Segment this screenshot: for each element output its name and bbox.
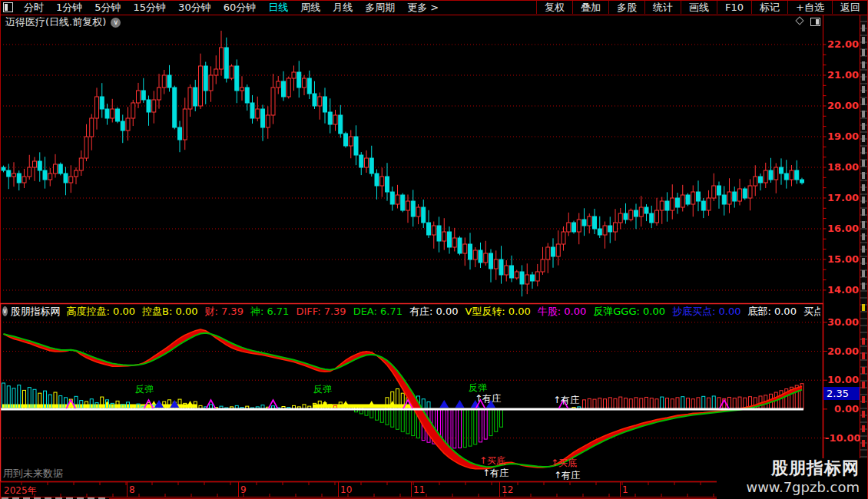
candle-body[interactable]: [54, 164, 58, 173]
candle-body[interactable]: [691, 192, 695, 204]
candle-body[interactable]: [349, 137, 353, 146]
candle-body[interactable]: [681, 195, 684, 207]
candle-body[interactable]: [733, 192, 737, 201]
candle-body[interactable]: [178, 127, 182, 140]
candle-body[interactable]: [769, 170, 773, 180]
candle-body[interactable]: [665, 201, 669, 210]
candle-body[interactable]: [562, 232, 565, 244]
candle-body[interactable]: [727, 192, 731, 204]
candle-body[interactable]: [432, 226, 436, 235]
candle-body[interactable]: [722, 195, 726, 204]
candle-body[interactable]: [582, 220, 586, 226]
layout-split-icon[interactable]: [3, 2, 13, 12]
candle-body[interactable]: [458, 238, 462, 253]
diamond-icon[interactable]: [795, 16, 803, 25]
candle-body[interactable]: [525, 275, 529, 284]
split-pane-icon[interactable]: [810, 18, 820, 26]
candle-body[interactable]: [307, 78, 311, 94]
candle-body[interactable]: [162, 75, 166, 88]
candle-body[interactable]: [245, 88, 249, 103]
candle-body[interactable]: [292, 72, 296, 78]
candle-body[interactable]: [287, 78, 290, 97]
candle-body[interactable]: [354, 137, 358, 155]
candle-body[interactable]: [277, 81, 280, 88]
candle-body[interactable]: [686, 195, 690, 204]
candle-body[interactable]: [17, 173, 21, 183]
candle-body[interactable]: [157, 88, 161, 100]
candle-body[interactable]: [199, 66, 203, 106]
tools-menu-item-2[interactable]: 多股: [608, 1, 644, 14]
candle-body[interactable]: [593, 216, 597, 229]
candle-body[interactable]: [224, 48, 228, 78]
candle-body[interactable]: [510, 266, 514, 278]
candle-body[interactable]: [214, 69, 218, 75]
candle-body[interactable]: [577, 220, 581, 232]
candle-body[interactable]: [473, 250, 477, 259]
candle-body[interactable]: [567, 223, 571, 232]
candle-body[interactable]: [256, 109, 260, 118]
candle-body[interactable]: [442, 232, 446, 241]
candle-body[interactable]: [380, 177, 384, 186]
candle-body[interactable]: [369, 158, 373, 173]
candle-body[interactable]: [748, 186, 752, 198]
candle-body[interactable]: [479, 250, 482, 263]
candle-body[interactable]: [422, 207, 426, 223]
candle-body[interactable]: [618, 213, 622, 223]
candle-body[interactable]: [7, 170, 11, 177]
candle-body[interactable]: [121, 121, 124, 131]
candle-body[interactable]: [754, 177, 757, 186]
candle-body[interactable]: [764, 170, 767, 183]
candle-body[interactable]: [520, 272, 524, 284]
candle-body[interactable]: [183, 109, 187, 140]
candle-body[interactable]: [167, 75, 171, 88]
candle-body[interactable]: [141, 91, 145, 100]
candle-body[interactable]: [469, 244, 472, 259]
candle-body[interactable]: [333, 115, 337, 124]
candle-body[interactable]: [780, 167, 784, 173]
candle-body[interactable]: [401, 195, 405, 210]
candle-body[interactable]: [660, 201, 664, 210]
candle-body[interactable]: [671, 198, 674, 210]
candle-body[interactable]: [639, 207, 643, 216]
candle-body[interactable]: [38, 161, 41, 170]
candle-body[interactable]: [644, 207, 648, 213]
candle-body[interactable]: [655, 210, 659, 223]
candle-body[interactable]: [266, 115, 270, 127]
candle-body[interactable]: [531, 275, 535, 281]
candle-body[interactable]: [116, 109, 120, 121]
candle-body[interactable]: [365, 158, 369, 167]
candle-body[interactable]: [100, 97, 104, 109]
candle-body[interactable]: [75, 170, 78, 177]
candle-body[interactable]: [250, 103, 254, 118]
candle-body[interactable]: [697, 192, 701, 201]
candle-body[interactable]: [105, 109, 109, 118]
candle-body[interactable]: [437, 226, 441, 241]
candle-body[interactable]: [147, 100, 151, 112]
candle-body[interactable]: [12, 173, 16, 177]
candle-body[interactable]: [188, 88, 192, 109]
tools-menu-item-3[interactable]: 统计: [644, 1, 681, 14]
period-menu-item-4[interactable]: 30分钟: [172, 1, 217, 15]
candle-body[interactable]: [204, 66, 207, 91]
candle-body[interactable]: [588, 216, 591, 226]
candle-body[interactable]: [784, 173, 788, 180]
period-menu-item-5[interactable]: 60分钟: [217, 1, 263, 15]
candle-body[interactable]: [494, 259, 498, 269]
candle-body[interactable]: [738, 189, 742, 201]
candle-body[interactable]: [701, 201, 705, 210]
candle-body[interactable]: [43, 170, 47, 180]
candle-body[interactable]: [131, 103, 135, 118]
candle-body[interactable]: [209, 75, 213, 91]
candle-body[interactable]: [33, 161, 37, 167]
tools-menu-item-5[interactable]: F10: [717, 1, 751, 14]
candle-body[interactable]: [556, 244, 560, 256]
candle-body[interactable]: [79, 158, 83, 170]
candle-body[interactable]: [717, 186, 721, 195]
candle-body[interactable]: [95, 97, 99, 118]
candle-body[interactable]: [650, 213, 654, 223]
candle-body[interactable]: [386, 177, 389, 192]
candle-body[interactable]: [541, 259, 545, 272]
candle-body[interactable]: [396, 195, 399, 204]
tools-menu-item-7[interactable]: +自选: [787, 1, 832, 14]
candle-body[interactable]: [261, 109, 265, 127]
